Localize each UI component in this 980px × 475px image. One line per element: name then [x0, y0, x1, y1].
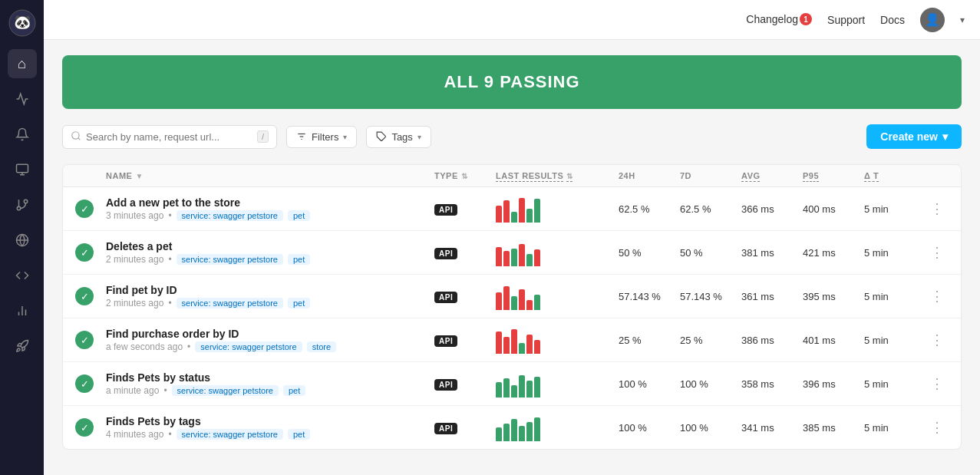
svg-point-13 [72, 131, 79, 138]
row-more-button[interactable]: ⋮ [926, 375, 949, 392]
red-bar [503, 337, 510, 354]
sidebar-item-monitor[interactable] [8, 155, 37, 184]
red-bar [519, 289, 525, 310]
th-24h[interactable]: 24H [619, 171, 680, 180]
sidebar-item-fork[interactable] [8, 190, 37, 219]
tags-caret: ▾ [417, 133, 421, 141]
api-type-badge: API [434, 248, 457, 259]
svg-point-7 [17, 206, 21, 210]
sidebar-item-home[interactable]: ⌂ [8, 49, 37, 78]
table-row: ✓ Add a new pet to the store 3 minutes a… [63, 187, 961, 231]
green-bar [534, 417, 540, 441]
row-tag-service[interactable]: service: swagger petstore [195, 341, 302, 352]
th-last-results[interactable]: LAST RESULTS ⇅ [496, 171, 619, 180]
row-last-results [496, 326, 619, 354]
row-p95: 421 ms [803, 247, 864, 259]
row-info: Deletes a pet 2 minutes ago • service: s… [106, 240, 434, 265]
row-7d: 100 % [680, 378, 741, 390]
row-24h: 100 % [619, 378, 680, 390]
row-info: Finds Pets by status a minute ago • serv… [106, 371, 434, 396]
row-delta-t: 5 min [864, 291, 926, 302]
table-row: ✓ Finds Pets by tags 4 minutes ago • ser… [63, 406, 961, 449]
th-p95[interactable]: P95 [803, 171, 864, 180]
changelog-link[interactable]: Changelog1 [746, 13, 812, 27]
svg-text:🐼: 🐼 [14, 14, 31, 31]
row-info: Finds Pets by tags 4 minutes ago • servi… [106, 415, 434, 440]
docs-link[interactable]: Docs [880, 14, 905, 26]
row-meta: a few seconds ago • service: swagger pet… [106, 341, 434, 352]
red-bar [503, 286, 510, 310]
th-avg[interactable]: AVG [741, 171, 803, 180]
status-check-icon: ✓ [75, 374, 94, 393]
table-row: ✓ Deletes a pet 2 minutes ago • service:… [63, 231, 961, 275]
row-last-results [496, 282, 619, 310]
row-tag-category[interactable]: pet [283, 385, 305, 396]
row-more-button[interactable]: ⋮ [926, 288, 949, 305]
row-tag-category[interactable]: pet [288, 254, 310, 265]
tags-button[interactable]: Tags ▾ [366, 126, 431, 148]
row-info: Find pet by ID 2 minutes ago • service: … [106, 284, 434, 308]
user-menu-dropdown[interactable]: ▾ [960, 15, 965, 25]
table-row: ✓ Finds Pets by status a minute ago • se… [63, 362, 961, 406]
filters-label: Filters [312, 131, 338, 143]
search-box[interactable]: / [62, 125, 277, 149]
filters-button[interactable]: Filters ▾ [286, 126, 357, 148]
green-bar [519, 343, 525, 354]
search-input[interactable] [86, 131, 252, 143]
create-new-button[interactable]: Create new ▾ [866, 124, 962, 149]
row-tag-category[interactable]: pet [288, 210, 310, 221]
row-last-results [496, 370, 619, 397]
row-meta: a minute ago • service: swagger petstore… [106, 385, 434, 396]
row-more-button[interactable]: ⋮ [926, 419, 949, 436]
th-delta-t[interactable]: Δ T [864, 171, 926, 180]
sidebar-item-notifications[interactable] [8, 120, 37, 149]
name-sort-icon: ▼ [135, 172, 143, 180]
support-link[interactable]: Support [827, 14, 865, 26]
changelog-badge: 1 [800, 13, 812, 25]
row-delta-t: 5 min [864, 422, 926, 434]
row-tag-service[interactable]: service: swagger petstore [177, 254, 283, 265]
row-avg: 386 ms [741, 335, 803, 346]
red-bar [503, 200, 510, 223]
row-name: Deletes a pet [106, 240, 434, 252]
row-tag-service[interactable]: service: swagger petstore [177, 298, 283, 308]
row-tag-service[interactable]: service: swagger petstore [177, 210, 283, 221]
row-time: a few seconds ago [106, 341, 183, 352]
row-more-button[interactable]: ⋮ [926, 200, 949, 217]
slash-shortcut: / [257, 130, 269, 143]
row-more-button[interactable]: ⋮ [926, 244, 949, 261]
sidebar-item-code[interactable] [8, 261, 37, 290]
status-check-icon: ✓ [75, 200, 94, 218]
th-status [75, 171, 106, 180]
th-name[interactable]: NAME ▼ [106, 171, 434, 180]
sidebar-item-activity[interactable] [8, 84, 37, 114]
green-bar [534, 295, 540, 310]
api-type-badge: API [434, 379, 457, 391]
row-time: a minute ago [106, 385, 159, 396]
green-bar [519, 426, 525, 441]
row-type: API [434, 202, 496, 216]
sidebar-item-chart[interactable] [8, 296, 37, 325]
table-row: ✓ Find purchase order by ID a few second… [63, 318, 961, 362]
row-tag-service[interactable]: service: swagger petstore [172, 385, 279, 396]
row-status: ✓ [75, 243, 106, 262]
user-avatar[interactable]: 👤 [920, 8, 945, 32]
th-7d[interactable]: 7D [680, 171, 741, 180]
green-bar [496, 382, 502, 397]
green-bar [519, 375, 525, 397]
sidebar-item-rocket[interactable] [8, 332, 37, 361]
row-tag-category[interactable]: store [307, 341, 336, 352]
row-delta-t: 5 min [864, 203, 926, 215]
row-name: Finds Pets by status [106, 371, 434, 384]
row-avg: 358 ms [741, 378, 803, 390]
row-more-button[interactable]: ⋮ [926, 332, 949, 348]
row-24h: 50 % [619, 247, 680, 259]
row-tag-category[interactable]: pet [288, 429, 310, 440]
sidebar-item-globe[interactable] [8, 226, 37, 255]
row-type: API [434, 246, 496, 259]
th-type[interactable]: TYPE ⇅ [434, 171, 496, 180]
red-bar [503, 251, 510, 266]
row-tag-service[interactable]: service: swagger petstore [177, 429, 283, 440]
row-meta: 2 minutes ago • service: swagger petstor… [106, 298, 434, 308]
row-tag-category[interactable]: pet [288, 298, 310, 308]
